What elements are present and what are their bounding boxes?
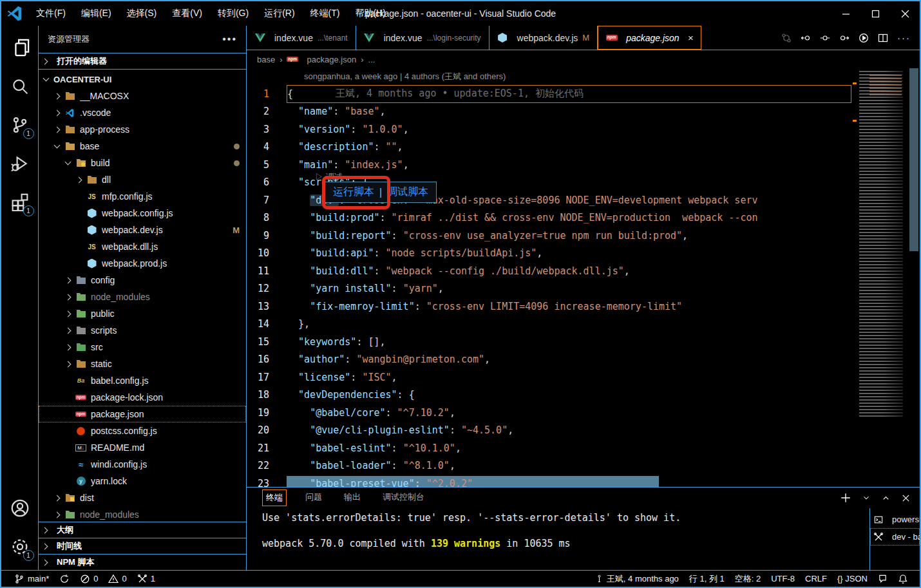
tree-item-app-process[interactable]: app-process [39,121,246,138]
activitybar-account[interactable] [5,491,35,525]
code-line-2[interactable]: 2 "name": "base", [247,103,853,121]
breadcrumb[interactable]: base›npmpackage.json›... [247,50,920,68]
tab-index.vue[interactable]: index.vue...\tenant [247,26,356,50]
tab-webpack.dev.js[interactable]: webpack.dev.jsM [489,26,598,50]
split-editor-icon[interactable] [878,33,888,43]
status-空格: 2[interactable]: 空格: 2 [731,572,764,586]
tree-item-webpack.dev.js[interactable]: webpack.dev.jsM [39,222,246,238]
menu-查看[interactable]: 查看(V) [166,5,209,23]
tree-item-static[interactable]: static [39,356,246,372]
menu-编辑[interactable]: 编辑(E) [75,5,118,23]
tab-package.json[interactable]: npmpackage.json× [598,26,701,50]
close-window-button[interactable] [890,1,920,26]
status-warning[interactable]: 0 [104,572,130,586]
status-UTF-8[interactable]: UTF-8 [767,572,799,586]
chevron-up-icon[interactable] [881,493,891,503]
code-line-19[interactable]: 19 "@babel/core": "^7.10.2", [247,404,853,422]
previous-change-icon[interactable] [801,33,811,43]
tree-item-dist[interactable]: dist [39,489,246,506]
tree-item-dll[interactable]: dll [39,171,246,188]
panel-tab-输出[interactable]: 输出 [341,489,364,506]
tree-item-webpack.dll.js[interactable]: JSwebpack.dll.js [39,238,246,255]
codelens-authors[interactable]: songpanhua, a week ago | 4 authors (王斌 a… [247,68,853,85]
terminal-output[interactable]: Use 'stats.errorDetails: true' resp. '--… [247,508,869,570]
menu-运行[interactable]: 运行(R) [258,5,301,23]
tree-item-postcss.config.js[interactable]: postcss.config.js [39,422,246,439]
open-editors-section[interactable]: 打开的编辑器 [39,53,246,70]
menu-文件[interactable]: 文件(F) [30,5,72,23]
sidebar-section-大纲[interactable]: 大纲 [39,522,246,538]
code-line-22[interactable]: 22 "babel-loader": "^8.1.0", [247,457,853,475]
tree-item-package.json[interactable]: npmpackage.json [39,406,246,422]
status-行 1, 列 1[interactable]: 行 1, 列 1 [685,572,728,586]
code-line-12[interactable]: 12 "yarn install": "yarn", [247,280,853,298]
code-line-23[interactable]: 23 "babel-preset-vue": "^2.0.2" [247,475,853,487]
panel-tab-调试控制台[interactable]: 调试控制台 [379,489,428,506]
tree-item-webpack.prod.js[interactable]: webpack.prod.js [39,255,246,272]
tree-item-__MACOSX[interactable]: __MACOSX [39,88,246,104]
more-actions-icon[interactable]: ··· [897,32,911,44]
status-blame[interactable]: 王斌, 4 months ago [591,572,683,586]
tree-root[interactable]: OACENTER-UI [39,71,246,88]
status-{} JSON[interactable]: {} JSON [833,572,871,586]
sidebar-section-NPM 脚本[interactable]: NPM 脚本 [39,554,246,570]
close-tab-icon[interactable]: × [688,32,694,43]
code-line-1[interactable]: 1{王斌, 4 months ago • update:EOS-1, 初始化代码 [247,85,853,103]
code-line-18[interactable]: 18 "devDependencies": { [247,386,853,404]
code-line-10[interactable]: 10 "build:api": "node scripts/buildApi.j… [247,245,853,263]
open-changes-icon[interactable] [781,33,792,43]
tree-item-README.md[interactable]: M↓README.md [39,439,246,456]
close-panel-icon[interactable] [901,493,911,503]
new-terminal-icon[interactable] [840,492,851,504]
tree-item-.vscode[interactable]: .vscode [39,104,246,121]
status-tools[interactable]: 1 [133,572,159,586]
tree-item-config[interactable]: config [39,272,246,289]
code-line-14[interactable]: 14 }, [247,316,853,334]
menu-选择[interactable]: 选择(S) [120,5,164,23]
sidebar-more-actions-icon[interactable]: ••• [222,33,237,45]
menu-终端[interactable]: 终端(T) [304,5,347,23]
sidebar-section-时间线[interactable]: 时间线 [39,538,246,554]
terminal-instance-powershell[interactable]: powershell [870,511,920,528]
maximize-button[interactable] [860,1,890,26]
status-bell[interactable] [894,572,912,586]
minimize-button[interactable] [831,1,860,26]
code-line-11[interactable]: 11 "build:dll": "webpack --config ./buil… [247,262,853,280]
activitybar-extensions[interactable]: 1 [5,185,35,219]
code-line-16[interactable]: 16 "author": "wangbin@primeton.com", [247,351,853,369]
code-area[interactable]: songpanhua, a week ago | 4 authors (王斌 a… [247,68,853,487]
terminal-instance-dev - ba...[interactable]: dev - ba...( [870,528,920,545]
current-change-icon[interactable] [820,33,830,43]
tree-item-babel.config.js[interactable]: Bababel.config.js [39,372,246,389]
chevron-down-icon[interactable] [862,493,871,502]
tab-index.vue[interactable]: index.vue...\login-security [356,26,489,50]
debug-script-link[interactable]: 调试脚本 [387,185,428,199]
code-line-20[interactable]: 20 "@vue/cli-plugin-eslint": "~4.5.0", [247,422,853,440]
tree-item-src[interactable]: src [39,339,246,356]
run-script-icon[interactable] [859,33,869,43]
breadcrumb-item[interactable]: ... [368,55,375,64]
code-line-15[interactable]: 15 "keywords": [], [247,333,853,351]
next-change-icon[interactable] [839,33,850,43]
code-line-8[interactable]: 8 "build:prod": "rimraf ../dist && cross… [247,209,853,227]
activitybar-source-control[interactable]: 1 [5,108,35,142]
code-line-4[interactable]: 4 "description": "", [247,138,853,156]
tree-item-base[interactable]: base [39,138,246,155]
menu-帮助[interactable]: 帮助(H) [348,5,392,23]
tree-item-package-lock.json[interactable]: npmpackage-lock.json [39,389,246,406]
activitybar-run-debug[interactable] [5,147,35,180]
tree-item-scripts[interactable]: scripts [39,322,246,339]
tree-item-node_modules[interactable]: node_modules [39,289,246,305]
status-CRLF[interactable]: CRLF [801,572,831,586]
code-line-17[interactable]: 17 "license": "ISC", [247,368,853,386]
code-line-9[interactable]: 9 "build:report": "cross-env use_analyze… [247,227,853,245]
code-line-21[interactable]: 21 "babel-eslint": "^10.1.0", [247,439,853,457]
tree-item-node_modules[interactable]: node_modules [39,506,246,522]
code-line-3[interactable]: 3 "version": "1.0.0", [247,120,853,138]
status-feedback[interactable] [874,572,891,586]
scrollbar-thumb[interactable] [909,68,918,251]
tree-item-webpack.config.js[interactable]: webpack.config.js [39,205,246,222]
tree-item-yarn.lock[interactable]: yyarn.lock [39,473,246,489]
tree-item-public[interactable]: public [39,305,246,322]
editor-scrollbar[interactable] [908,68,920,487]
